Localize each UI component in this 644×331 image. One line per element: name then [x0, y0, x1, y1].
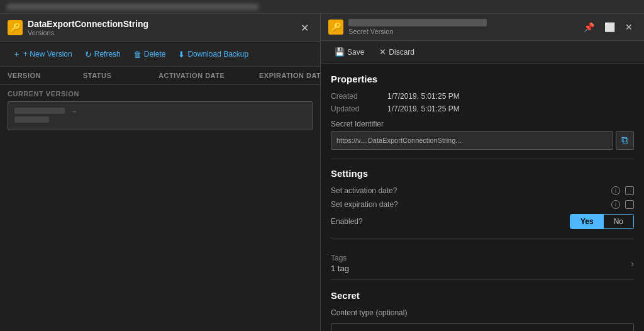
content-type-input[interactable]	[331, 323, 634, 331]
settings-section-title: Settings	[331, 168, 634, 179]
divider-1	[331, 159, 634, 159]
tags-chevron-icon: ›	[631, 259, 634, 269]
col-status: STATUS	[83, 72, 158, 79]
created-label: Created	[331, 92, 387, 101]
secret-identifier-input[interactable]	[331, 131, 613, 150]
col-activation: ACTIVATION DATE	[158, 72, 259, 79]
plus-icon: ＋	[13, 48, 21, 60]
trash-icon: 🗑	[133, 50, 142, 59]
properties-section-title: Properties	[331, 74, 634, 84]
pin-button[interactable]: 📌	[580, 20, 598, 34]
expiration-info-icon[interactable]: i	[611, 200, 620, 209]
panel-title: DataExportConnectionString	[28, 19, 148, 29]
left-panel-title-block: DataExportConnectionString Versions	[28, 19, 148, 36]
breadcrumb-bar	[0, 0, 644, 14]
secret-section: Secret Content type (optional) Show secr…	[331, 290, 634, 331]
tags-left: Tags 1 tag	[331, 254, 349, 273]
table-row[interactable]: →	[8, 101, 313, 130]
panel-subtitle: Versions	[28, 29, 148, 36]
left-panel-title-area: 🔑 DataExportConnectionString Versions	[8, 19, 148, 36]
current-version-label: CURRENT VERSION	[8, 90, 313, 98]
enabled-yes-button[interactable]: Yes	[570, 215, 604, 228]
right-title-block: Secret Version	[348, 19, 487, 35]
save-icon: 💾	[335, 47, 345, 57]
delete-button[interactable]: 🗑 Delete	[128, 47, 171, 62]
right-key-icon: 🔑	[328, 20, 343, 35]
right-panel-subtitle: Secret Version	[348, 28, 487, 35]
expiration-date-label: Set expiration date?	[331, 200, 606, 209]
divider-2	[331, 238, 634, 238]
copy-identifier-button[interactable]: ⧉	[616, 131, 634, 150]
close-button[interactable]: ✕	[297, 21, 313, 35]
activation-date-label: Set activation date?	[331, 186, 606, 195]
version-cell-1: →	[14, 107, 90, 125]
delete-label: Delete	[144, 50, 166, 59]
discard-button[interactable]: ✕ Discard	[373, 45, 421, 59]
discard-label: Discard	[389, 48, 414, 57]
created-value: 1/7/2019, 5:01:25 PM	[387, 92, 460, 101]
download-backup-label: Download Backup	[187, 50, 248, 59]
breadcrumb-text	[7, 4, 258, 10]
secret-identifier-label: Secret Identifier	[331, 120, 634, 128]
right-panel-controls: 📌 ⬜ ✕	[580, 20, 636, 34]
tags-value: 1 tag	[331, 264, 349, 273]
right-panel-header: 🔑 Secret Version 📌 ⬜ ✕	[321, 14, 644, 41]
discard-icon: ✕	[379, 47, 386, 57]
refresh-label: Refresh	[94, 50, 121, 59]
close-right-button[interactable]: ✕	[621, 20, 636, 34]
main-layout: 🔑 DataExportConnectionString Versions ✕ …	[0, 14, 644, 331]
download-backup-button[interactable]: ⬇ Download Backup	[173, 47, 253, 62]
expiration-date-checkbox[interactable]	[625, 200, 634, 209]
new-version-button[interactable]: ＋ + New Version	[8, 46, 77, 62]
expiration-date-row: Set expiration date? i	[331, 200, 634, 209]
table-header: VERSION STATUS ACTIVATION DATE EXPIRATIO…	[0, 67, 320, 85]
version-separator: →	[70, 108, 77, 115]
settings-section: Set activation date? i Set expiration da…	[331, 186, 634, 229]
right-content: Properties Created 1/7/2019, 5:01:25 PM …	[321, 64, 644, 331]
key-icon: 🔑	[8, 20, 23, 35]
table-content: CURRENT VERSION →	[0, 85, 320, 331]
col-version: VERSION	[8, 72, 83, 79]
right-toolbar: 💾 Save ✕ Discard	[321, 41, 644, 64]
tags-label: Tags	[331, 254, 349, 262]
activation-date-row: Set activation date? i	[331, 186, 634, 195]
right-panel-title-area: 🔑 Secret Version	[328, 19, 580, 35]
activation-date-checkbox[interactable]	[625, 186, 634, 195]
left-toolbar: ＋ + New Version ↻ Refresh 🗑 Delete ⬇ Dow…	[0, 42, 320, 67]
created-row: Created 1/7/2019, 5:01:25 PM	[331, 92, 634, 101]
refresh-button[interactable]: ↻ Refresh	[80, 47, 126, 62]
maximize-button[interactable]: ⬜	[601, 20, 619, 34]
version-value-blurred	[14, 108, 65, 114]
enabled-no-button[interactable]: No	[604, 215, 633, 228]
updated-label: Updated	[331, 104, 387, 113]
left-panel: 🔑 DataExportConnectionString Versions ✕ …	[0, 14, 321, 331]
version-label-blurred	[14, 116, 49, 123]
secret-section-title: Secret	[331, 290, 634, 301]
identifier-field: ⧉	[331, 131, 634, 150]
save-button[interactable]: 💾 Save	[328, 45, 370, 59]
activation-info-icon[interactable]: i	[611, 186, 620, 195]
enabled-toggle-group: Yes No	[570, 214, 634, 229]
updated-row: Updated 1/7/2019, 5:01:25 PM	[331, 104, 634, 113]
enabled-label: Enabled?	[331, 217, 565, 226]
download-icon: ⬇	[178, 50, 185, 59]
save-label: Save	[347, 48, 364, 57]
content-type-label: Content type (optional)	[331, 308, 634, 317]
refresh-icon: ↻	[85, 50, 92, 59]
updated-value: 1/7/2019, 5:01:25 PM	[387, 104, 460, 113]
right-panel: 🔑 Secret Version 📌 ⬜ ✕ 💾 Save	[321, 14, 644, 331]
enabled-row: Enabled? Yes No	[331, 214, 634, 229]
tags-row[interactable]: Tags 1 tag ›	[331, 247, 634, 280]
right-panel-title-blurred	[348, 19, 487, 26]
left-panel-header: 🔑 DataExportConnectionString Versions ✕	[0, 14, 320, 42]
new-version-label: + New Version	[23, 50, 72, 59]
